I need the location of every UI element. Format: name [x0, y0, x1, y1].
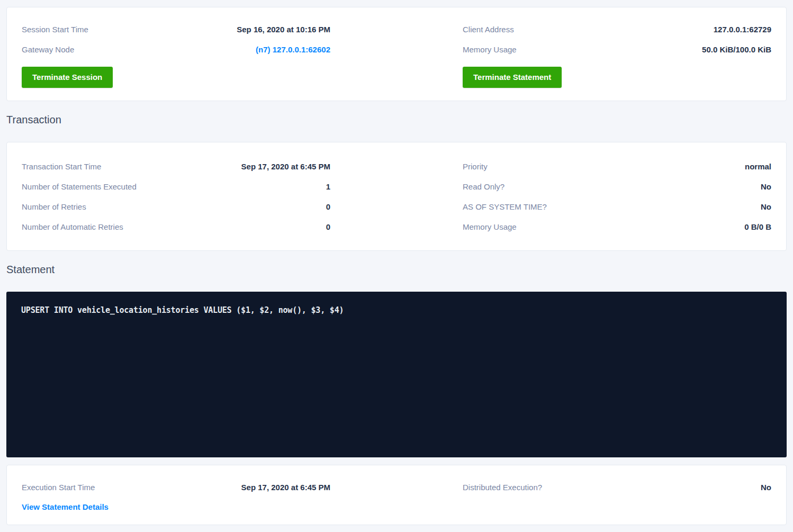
automatic-retries-row: Number of Automatic Retries 0 [22, 217, 330, 237]
read-only-value: No [761, 182, 771, 191]
execution-start-time-label: Execution Start Time [22, 483, 95, 492]
session-memory-usage-row: Memory Usage 50.0 KiB/100.0 KiB [463, 39, 771, 59]
as-of-system-time-row: AS OF SYSTEM TIME? No [463, 196, 771, 217]
session-summary-right-column: Client Address 127.0.0.1:62729 Memory Us… [463, 19, 771, 88]
statements-executed-row: Number of Statements Executed 1 [22, 176, 330, 196]
distributed-execution-label: Distributed Execution? [463, 483, 542, 492]
transaction-memory-usage-label: Memory Usage [463, 222, 517, 231]
read-only-label: Read Only? [463, 182, 504, 191]
execution-right-column: Distributed Execution? No [463, 477, 771, 515]
transaction-start-time-row: Transaction Start Time Sep 17, 2020 at 6… [22, 156, 330, 176]
as-of-system-time-label: AS OF SYSTEM TIME? [463, 202, 547, 211]
gateway-node-label: Gateway Node [22, 45, 74, 54]
session-start-time-value: Sep 16, 2020 at 10:16 PM [237, 25, 330, 34]
execution-start-time-row: Execution Start Time Sep 17, 2020 at 6:4… [22, 477, 330, 497]
gateway-node-link[interactable]: (n7) 127.0.0.1:62602 [256, 45, 330, 54]
session-start-time-row: Session Start Time Sep 16, 2020 at 10:16… [22, 19, 330, 39]
terminate-session-button[interactable]: Terminate Session [22, 67, 113, 88]
distributed-execution-row: Distributed Execution? No [463, 477, 771, 497]
transaction-memory-usage-value: 0 B/0 B [744, 222, 771, 231]
view-statement-details-link[interactable]: View Statement Details [22, 499, 109, 515]
session-details-page: Session Start Time Sep 16, 2020 at 10:16… [0, 0, 793, 525]
statement-sql-text: UPSERT INTO vehicle_location_histories V… [21, 305, 772, 315]
session-summary-left-column: Session Start Time Sep 16, 2020 at 10:16… [22, 19, 330, 88]
client-address-label: Client Address [463, 25, 514, 34]
statement-sql-box: UPSERT INTO vehicle_location_histories V… [6, 292, 787, 457]
as-of-system-time-value: No [761, 202, 771, 211]
statements-executed-value: 1 [326, 182, 330, 191]
execution-card: Execution Start Time Sep 17, 2020 at 6:4… [6, 465, 787, 525]
priority-row: Priority normal [463, 156, 771, 176]
client-address-row: Client Address 127.0.0.1:62729 [463, 19, 771, 39]
transaction-start-time-label: Transaction Start Time [22, 162, 101, 171]
statement-section-heading: Statement [6, 264, 787, 276]
gateway-node-row: Gateway Node (n7) 127.0.0.1:62602 [22, 39, 330, 59]
statements-executed-label: Number of Statements Executed [22, 182, 137, 191]
retries-row: Number of Retries 0 [22, 196, 330, 217]
transaction-start-time-value: Sep 17, 2020 at 6:45 PM [241, 162, 330, 171]
priority-label: Priority [463, 162, 488, 171]
automatic-retries-value: 0 [326, 222, 330, 231]
session-memory-usage-label: Memory Usage [463, 45, 517, 54]
read-only-row: Read Only? No [463, 176, 771, 196]
session-memory-usage-value: 50.0 KiB/100.0 KiB [702, 45, 771, 54]
automatic-retries-label: Number of Automatic Retries [22, 222, 123, 231]
execution-left-column: Execution Start Time Sep 17, 2020 at 6:4… [22, 477, 330, 515]
retries-label: Number of Retries [22, 202, 86, 211]
priority-value: normal [745, 162, 771, 171]
transaction-memory-usage-row: Memory Usage 0 B/0 B [463, 217, 771, 237]
session-summary-card: Session Start Time Sep 16, 2020 at 10:16… [6, 7, 787, 101]
execution-start-time-value: Sep 17, 2020 at 6:45 PM [241, 483, 330, 492]
transaction-card: Transaction Start Time Sep 17, 2020 at 6… [6, 142, 787, 251]
terminate-statement-button[interactable]: Terminate Statement [463, 67, 562, 88]
transaction-section-heading: Transaction [6, 114, 787, 126]
client-address-value: 127.0.0.1:62729 [714, 25, 771, 34]
transaction-left-column: Transaction Start Time Sep 17, 2020 at 6… [22, 156, 330, 237]
retries-value: 0 [326, 202, 330, 211]
distributed-execution-value: No [761, 483, 771, 492]
session-start-time-label: Session Start Time [22, 25, 88, 34]
transaction-right-column: Priority normal Read Only? No AS OF SYST… [463, 156, 771, 237]
